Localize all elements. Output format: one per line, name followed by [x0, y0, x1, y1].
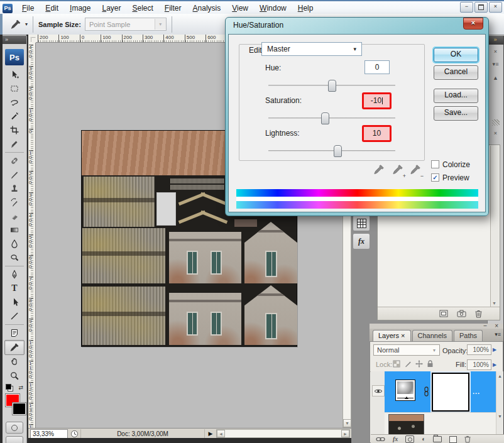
- gradient-tool[interactable]: [3, 223, 26, 237]
- scroll-up-icon[interactable]: ▲: [488, 74, 503, 82]
- minimize-button[interactable]: −: [460, 2, 473, 13]
- history-scrollbar[interactable]: ▼: [490, 146, 499, 307]
- zoom-tool[interactable]: [3, 369, 26, 383]
- toolbox-collapse-header[interactable]: »: [3, 36, 26, 44]
- cancel-button[interactable]: Cancel: [434, 65, 478, 80]
- status-expand-arrow[interactable]: ▶: [205, 430, 216, 437]
- dock-collapse-button[interactable]: »: [488, 36, 503, 45]
- sample-size-dropdown[interactable]: Point Sample ▾: [85, 18, 167, 31]
- line-tool[interactable]: [3, 309, 26, 323]
- lightness-slider-thumb[interactable]: [334, 145, 342, 157]
- layer-mask-thumbnail[interactable]: [432, 373, 469, 412]
- brush-tool[interactable]: [3, 168, 26, 182]
- layer-row-selected[interactable]: ...: [385, 371, 496, 412]
- dialog-close-button[interactable]: ×: [463, 18, 483, 30]
- scroll-up-icon[interactable]: ▲: [498, 374, 502, 378]
- layers-scrollbar[interactable]: ▲ ▼: [496, 371, 503, 434]
- hue-slider[interactable]: [268, 85, 395, 86]
- quick-mask-button[interactable]: [6, 422, 23, 434]
- clone-stamp-tool[interactable]: [3, 182, 26, 195]
- styles-panel-button[interactable]: fx: [353, 233, 370, 249]
- colorize-checkbox[interactable]: [431, 160, 439, 168]
- scroll-down-icon[interactable]: ▼: [498, 414, 502, 418]
- opacity-value-field[interactable]: 100%: [467, 344, 491, 355]
- lock-pixels-brush-icon[interactable]: [404, 360, 412, 368]
- layer-row-background[interactable]: [385, 412, 496, 434]
- tool-preset-picker[interactable]: ▾: [10, 19, 28, 30]
- menu-item[interactable]: Select: [126, 3, 158, 14]
- notes-tool[interactable]: [3, 326, 26, 340]
- eyedropper-tool[interactable]: [4, 340, 25, 355]
- slice-tool[interactable]: [3, 137, 26, 151]
- background-layer-thumbnail[interactable]: [388, 414, 424, 434]
- tab-paths[interactable]: Paths: [454, 330, 483, 341]
- new-layer-icon[interactable]: [449, 436, 457, 443]
- panel-menu-icon[interactable]: ▾≡: [495, 331, 501, 337]
- preview-checkbox[interactable]: ✓: [431, 173, 439, 182]
- marquee-tool[interactable]: [3, 82, 26, 96]
- edit-channel-dropdown[interactable]: Master ▾: [261, 42, 362, 56]
- blur-tool[interactable]: [3, 237, 26, 251]
- restore-button[interactable]: [474, 2, 488, 13]
- menu-item[interactable]: Edit: [40, 3, 64, 14]
- history-brush-tool[interactable]: [3, 195, 26, 209]
- swap-colors-icon[interactable]: ⇄: [18, 385, 23, 391]
- load-button[interactable]: Load...: [434, 89, 478, 103]
- panel-resize-grip[interactable]: [492, 119, 500, 126]
- blend-mode-dropdown[interactable]: Normal ▾: [373, 344, 440, 356]
- swatches-panel-button[interactable]: [353, 215, 370, 231]
- lasso-tool[interactable]: [3, 96, 26, 109]
- new-group-folder-icon[interactable]: [433, 436, 442, 442]
- saturation-slider[interactable]: [268, 118, 395, 119]
- lightness-slider[interactable]: [268, 150, 395, 151]
- document-size-info[interactable]: Doc: 3,00M/3,00M: [81, 429, 205, 439]
- quick-selection-tool[interactable]: [3, 109, 26, 123]
- opacity-slider-arrow[interactable]: ▶: [493, 347, 496, 353]
- screen-mode-button[interactable]: [6, 436, 23, 443]
- layer-style-fx-icon[interactable]: fx: [393, 435, 398, 443]
- menu-item[interactable]: Analysis: [187, 3, 227, 14]
- adjustment-layer-icon[interactable]: ◐: [422, 435, 425, 443]
- menu-item[interactable]: Filter: [159, 3, 187, 14]
- lock-transparency-icon[interactable]: [393, 360, 400, 368]
- layer-visibility-toggle[interactable]: [372, 385, 385, 397]
- menu-item[interactable]: Help: [292, 3, 319, 14]
- layer-mask-link-icon[interactable]: [424, 386, 429, 397]
- lightness-input[interactable]: 10: [362, 125, 392, 142]
- panel-menu-icon[interactable]: ▾≡: [488, 60, 503, 68]
- hue-input[interactable]: 0: [364, 60, 390, 74]
- lock-position-move-icon[interactable]: [415, 360, 423, 368]
- saturation-input[interactable]: -10: [362, 92, 392, 109]
- eraser-tool[interactable]: [3, 209, 26, 223]
- hand-tool[interactable]: [3, 355, 26, 369]
- menu-item[interactable]: Window: [254, 3, 292, 14]
- background-color-swatch[interactable]: [12, 402, 26, 415]
- fill-value-field[interactable]: 100%: [467, 359, 491, 370]
- default-colors-icon[interactable]: [6, 384, 13, 391]
- layer-name[interactable]: ...: [473, 388, 480, 395]
- path-selection-tool[interactable]: [3, 295, 26, 309]
- scroll-down-icon[interactable]: ▼: [492, 301, 496, 305]
- link-layers-icon[interactable]: [376, 437, 385, 442]
- tab-layers[interactable]: Layers ×: [373, 330, 411, 341]
- fill-slider-arrow[interactable]: ▶: [493, 362, 496, 368]
- menu-item[interactable]: Layer: [96, 3, 126, 14]
- delete-layer-trash-icon[interactable]: [464, 435, 471, 443]
- panel-close-icon[interactable]: ×: [488, 48, 503, 55]
- scroll-right-button[interactable]: ►: [341, 430, 349, 437]
- pen-tool[interactable]: [3, 268, 26, 282]
- eyedropper-subtract-icon[interactable]: −: [410, 164, 422, 179]
- healing-brush-tool[interactable]: [3, 154, 26, 168]
- hue-slider-thumb[interactable]: [328, 80, 336, 92]
- tab-channels[interactable]: Channels: [412, 330, 452, 341]
- menu-item[interactable]: File: [16, 3, 40, 14]
- new-snapshot-camera-icon[interactable]: [457, 310, 466, 317]
- crop-tool[interactable]: [3, 123, 26, 137]
- new-document-from-state-icon[interactable]: [439, 310, 448, 317]
- panel-close-icon[interactable]: ×: [488, 129, 503, 137]
- lock-all-padlock-icon[interactable]: [427, 360, 434, 368]
- menu-item[interactable]: View: [226, 3, 254, 14]
- dodge-tool[interactable]: [3, 251, 26, 265]
- delete-trash-icon[interactable]: [475, 310, 482, 318]
- saturation-slider-thumb[interactable]: [321, 112, 329, 124]
